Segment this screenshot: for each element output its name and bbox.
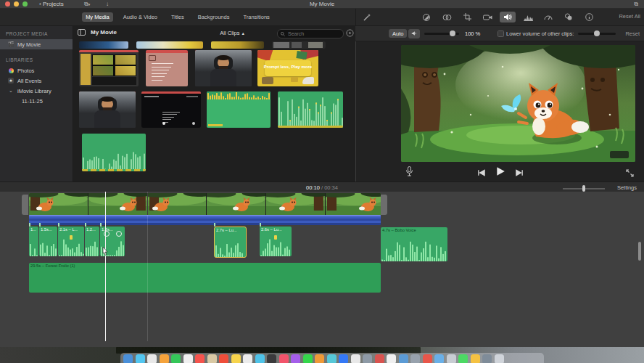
sidebar-item-my-movie[interactable]: 🎬My Movie <box>0 39 73 49</box>
dock-icon[interactable] <box>495 354 504 363</box>
dock-icon[interactable] <box>183 354 193 363</box>
reset-all-button[interactable]: Reset All <box>619 13 640 20</box>
tab-audio-video[interactable]: Audio & Video <box>120 12 161 22</box>
timeline-audio-clip[interactable]: 4.7s – Bobo Voice <box>381 227 447 261</box>
effects-icon[interactable] <box>561 12 577 23</box>
tab-titles[interactable]: Titles <box>168 12 188 22</box>
enhance-wand-icon[interactable] <box>359 12 375 23</box>
media-clip-strip[interactable] <box>136 41 203 49</box>
dock-icon[interactable] <box>219 354 228 363</box>
play-button[interactable] <box>495 166 505 179</box>
dock-icon[interactable] <box>423 354 432 363</box>
color-balance-icon[interactable] <box>418 12 434 23</box>
dock-icon[interactable] <box>315 354 324 363</box>
dock-icon[interactable] <box>434 354 444 363</box>
noise-reduction-icon[interactable] <box>520 12 536 23</box>
dock-icon[interactable] <box>267 354 276 363</box>
dock-icon[interactable] <box>447 354 456 363</box>
dock-icon[interactable] <box>410 354 420 363</box>
search-input[interactable] <box>286 30 333 37</box>
clip-trim-handle-left[interactable] <box>22 195 28 215</box>
playhead[interactable] <box>105 192 106 341</box>
sidebar-item-photos[interactable]: Photos <box>0 65 73 76</box>
media-clip-audio-top[interactable] <box>207 91 271 128</box>
dock-icon[interactable] <box>363 354 372 363</box>
timeline-audio-clip[interactable]: 1... <box>29 227 38 256</box>
info-icon[interactable] <box>581 12 597 23</box>
dock-icon[interactable] <box>136 354 145 363</box>
timeline-scrollbar[interactable] <box>638 242 641 261</box>
tab-my-media[interactable]: My Media <box>82 12 113 22</box>
search-field[interactable] <box>277 29 344 38</box>
sidebar-item-imovie-library[interactable]: ⌄iMovie Library <box>0 86 73 96</box>
preview-video-frame[interactable] <box>401 45 635 162</box>
stabilization-icon[interactable] <box>479 12 495 23</box>
dock-icon[interactable] <box>147 354 157 363</box>
media-clip-person[interactable] <box>79 91 136 128</box>
media-clip-strip[interactable] <box>79 41 128 49</box>
media-clip-strip[interactable] <box>272 41 326 49</box>
dock-icon[interactable] <box>303 354 313 363</box>
dock-icon[interactable] <box>207 354 217 363</box>
media-clip-strip[interactable] <box>211 41 264 49</box>
timeline-audio-clip[interactable]: 2.7s – Lu... <box>214 227 247 258</box>
dock-icon[interactable] <box>458 354 468 363</box>
media-clip-audio[interactable] <box>82 134 146 171</box>
media-clip-person[interactable] <box>195 50 252 86</box>
dock-icon[interactable] <box>231 354 241 363</box>
volume-slider-knob[interactable] <box>450 30 455 36</box>
dock-icon[interactable] <box>195 354 205 363</box>
timeline-audio-clip[interactable]: 1.2... <box>85 227 99 256</box>
dock-icon[interactable] <box>255 354 265 363</box>
dock-icon[interactable] <box>387 354 396 363</box>
dock-icon[interactable] <box>375 354 384 363</box>
dock-icon[interactable] <box>339 354 348 363</box>
lower-volume-slider-knob[interactable] <box>594 30 600 36</box>
timeline-audio-clip[interactable]: 2.1s – L... <box>58 227 84 256</box>
lower-volume-checkbox[interactable] <box>498 30 504 37</box>
window-options-icon[interactable]: ⧉ <box>634 1 638 8</box>
dock-icon[interactable] <box>482 354 492 363</box>
media-clip-notes[interactable] <box>146 50 188 86</box>
reset-button[interactable]: Reset <box>625 30 640 37</box>
volume-icon[interactable] <box>500 12 516 23</box>
tab-transitions[interactable]: Transitions <box>239 12 273 22</box>
timeline-settings-button[interactable]: Settings <box>617 184 637 191</box>
continuous-playback-icon[interactable] <box>346 29 354 38</box>
clip-filter-dropdown[interactable]: All Clips ▲ <box>220 30 245 36</box>
timeline-audio-clip[interactable]: 2.6s – Lu... <box>260 227 292 256</box>
media-clip-screen[interactable] <box>141 91 201 128</box>
skip-back-icon[interactable] <box>477 166 485 179</box>
dock-icon[interactable] <box>279 354 289 363</box>
dock-icon[interactable] <box>243 354 252 363</box>
speed-icon[interactable] <box>540 12 556 23</box>
video-filmstrip[interactable] <box>29 193 381 215</box>
dock-icon[interactable] <box>171 354 181 363</box>
skip-forward-icon[interactable] <box>516 166 524 179</box>
fullscreen-expand-icon[interactable] <box>626 167 634 180</box>
dock-icon[interactable] <box>399 354 408 363</box>
timeline-zoom-knob[interactable] <box>582 185 585 192</box>
dock-icon[interactable] <box>471 354 480 363</box>
dock-icon[interactable] <box>327 354 337 363</box>
sidebar-toggle-icon[interactable] <box>78 29 86 37</box>
auto-volume-button[interactable]: Auto <box>389 29 407 38</box>
dock-icon[interactable] <box>351 354 360 363</box>
media-clip-audio-spikes[interactable] <box>278 91 343 128</box>
tab-backgrounds[interactable]: Backgrounds <box>194 12 234 22</box>
color-correction-icon[interactable] <box>439 12 455 23</box>
dock-icon[interactable] <box>123 354 133 363</box>
timeline-audio-clip[interactable]: 1.5s... <box>39 227 57 256</box>
dock-icon[interactable] <box>160 354 169 363</box>
mute-speaker-icon[interactable] <box>408 29 420 38</box>
clip-trim-handle-right[interactable] <box>381 195 387 215</box>
sidebar-item-11-11-25[interactable]: 11-11-25 <box>0 96 73 106</box>
background-music-clip[interactable]: 29.5s – Forest Frolic (1) <box>29 263 381 293</box>
crop-icon[interactable] <box>459 12 475 23</box>
video-audio-track[interactable] <box>29 215 381 225</box>
clip-connector-notch <box>260 223 261 227</box>
media-clip-collage[interactable] <box>79 50 139 86</box>
media-clip-promo[interactable]: Prompt less, Play more <box>257 50 318 86</box>
dock-icon[interactable] <box>291 354 300 363</box>
sidebar-item-all-events[interactable]: ★All Events <box>0 76 73 86</box>
